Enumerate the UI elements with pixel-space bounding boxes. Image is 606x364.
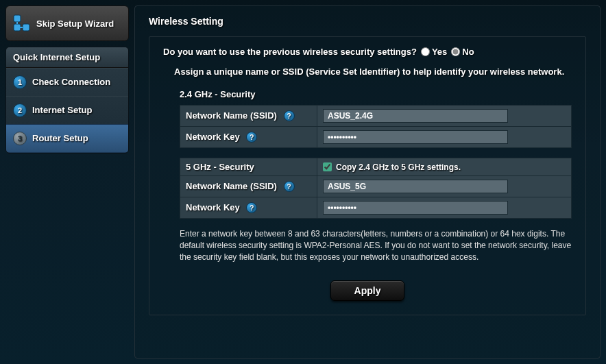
g24-key-label: Network Key	[186, 132, 240, 142]
table-row: Network Key ?	[180, 197, 572, 219]
copy-label: Copy 2.4 GHz to 5 GHz settings.	[336, 162, 461, 172]
g5-table: 5 GHz - Security Copy 2.4 GHz to 5 GHz s…	[180, 158, 572, 219]
skip-setup-wizard-button[interactable]: Skip Setup Wizard	[5, 5, 129, 41]
step-check-connection[interactable]: 1 Check Connection	[6, 68, 128, 96]
help-icon[interactable]: ?	[246, 132, 257, 143]
step-number-icon: 3	[13, 132, 27, 145]
copy-24-to-5-checkbox[interactable]	[323, 162, 332, 171]
radio-yes-input[interactable]	[421, 47, 430, 56]
skip-label: Skip Setup Wizard	[36, 19, 114, 29]
g24-ssid-label: Network Name (SSID)	[186, 110, 277, 121]
quick-internet-setup-panel: Quick Internet Setup 1 Check Connection …	[5, 47, 129, 154]
g24-ssid-input[interactable]	[323, 109, 508, 123]
main-panel: Wireless Setting Do you want to use the …	[134, 5, 601, 359]
g24-table: Network Name (SSID) ? Network Key ?	[180, 105, 572, 148]
g24-key-input[interactable]	[323, 130, 508, 144]
step-internet-setup[interactable]: 2 Internet Setup	[6, 96, 128, 124]
radio-no[interactable]: No	[451, 47, 474, 57]
radio-yes[interactable]: Yes	[421, 47, 447, 57]
security-note: Enter a network key between 8 and 63 cha…	[180, 228, 572, 263]
svg-rect-0	[14, 15, 21, 22]
svg-rect-2	[23, 24, 29, 31]
ssid-instruction: Assign a unique name or SSID (Service Se…	[174, 66, 572, 77]
g5-ssid-input[interactable]	[323, 180, 508, 193]
step-router-setup[interactable]: 3 Router Setup	[6, 124, 128, 153]
question-text: Do you want to use the previous wireless…	[163, 47, 417, 57]
step-number-icon: 1	[13, 75, 27, 89]
radio-yes-label: Yes	[432, 47, 447, 57]
g5-title: 5 GHz - Security	[186, 162, 254, 172]
sidebar: Skip Setup Wizard Quick Internet Setup 1…	[5, 5, 129, 359]
help-icon[interactable]: ?	[246, 202, 257, 213]
page-title: Wireless Setting	[149, 16, 586, 27]
form-area: 2.4 GHz - Security Network Name (SSID) ?	[180, 89, 572, 263]
table-row: Network Name (SSID) ?	[180, 106, 572, 127]
help-icon[interactable]: ?	[284, 110, 295, 121]
help-icon[interactable]: ?	[284, 181, 295, 192]
step-label: Internet Setup	[32, 106, 92, 115]
radio-no-label: No	[462, 47, 474, 57]
g5-key-input[interactable]	[323, 201, 508, 215]
qis-header: Quick Internet Setup	[6, 47, 128, 68]
previous-settings-question: Do you want to use the previous wireless…	[163, 47, 572, 57]
settings-box: Do you want to use the previous wireless…	[149, 36, 586, 315]
g5-key-label: Network Key	[186, 202, 240, 213]
g5-ssid-label: Network Name (SSID)	[186, 181, 277, 191]
radio-no-input[interactable]	[451, 47, 460, 56]
step-number-icon: 2	[13, 104, 27, 117]
step-label: Check Connection	[32, 77, 110, 87]
apply-button[interactable]: Apply	[330, 280, 405, 301]
step-label: Router Setup	[32, 134, 88, 143]
wizard-icon	[13, 14, 31, 32]
table-row: Network Name (SSID) ?	[180, 176, 572, 197]
table-row: Network Key ?	[180, 127, 572, 148]
g24-title: 2.4 GHz - Security	[180, 89, 572, 99]
table-row: 5 GHz - Security Copy 2.4 GHz to 5 GHz s…	[180, 158, 572, 176]
